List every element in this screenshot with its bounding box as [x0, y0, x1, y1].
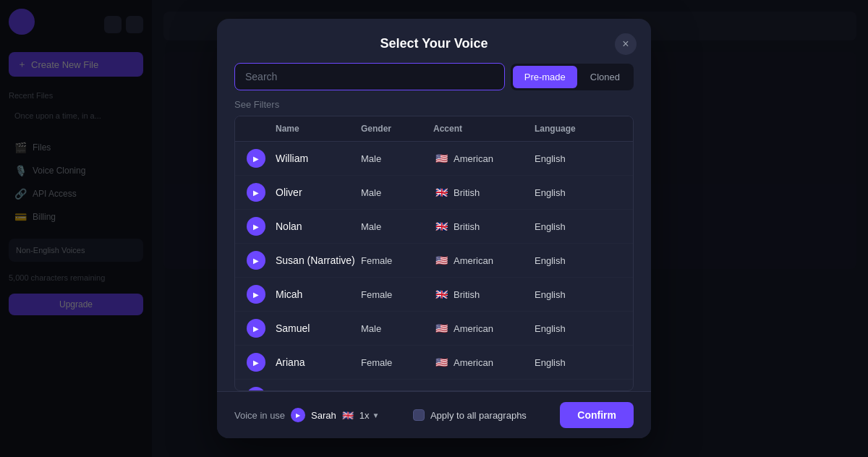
header-language: Language	[535, 124, 621, 134]
flag-4: 🇬🇧	[433, 286, 449, 302]
table-row[interactable]: ▶ Ariana Female 🇺🇸 American English	[235, 346, 633, 380]
header-gender: Gender	[361, 124, 433, 134]
cell-language-5: English	[535, 323, 621, 334]
accent-text-2: British	[454, 221, 480, 232]
flag-1: 🇬🇧	[433, 184, 449, 200]
accent-text-4: British	[454, 289, 480, 300]
cell-gender-2: Male	[361, 221, 433, 232]
cell-gender-1: Male	[361, 187, 433, 198]
cell-gender-5: Male	[361, 323, 433, 334]
table-row[interactable]: ▶ Oliver Male 🇬🇧 British English	[235, 176, 633, 210]
table-row[interactable]: ▶ Nolan Male 🇬🇧 British English	[235, 210, 633, 244]
play-button-4[interactable]: ▶	[247, 285, 265, 304]
voice-table: Name Gender Accent Language ▶ William Ma…	[234, 116, 634, 391]
cell-name-3: Susan (Narrative)	[276, 255, 361, 266]
flag-0: 🇺🇸	[433, 150, 449, 166]
modal-header: Select Your Voice ×	[217, 19, 651, 63]
current-voice-name: Sarah	[311, 410, 336, 421]
table-header: Name Gender Accent Language	[235, 116, 633, 142]
cell-name-4: Micah	[276, 289, 361, 300]
cell-language-4: English	[535, 289, 621, 300]
cell-language-1: English	[535, 187, 621, 198]
modal-body: Pre-made Cloned See Filters Name Gender …	[217, 63, 651, 391]
tab-cloned[interactable]: Cloned	[579, 66, 631, 88]
play-indicator: ▶	[291, 408, 305, 422]
speed-control[interactable]: 1x ▼	[359, 410, 380, 421]
accent-text-5: American	[454, 323, 493, 334]
tab-premade[interactable]: Pre-made	[513, 66, 577, 88]
table-row[interactable]: ▶ Michael Male 🇺🇸 American English	[235, 380, 633, 391]
play-button-5[interactable]: ▶	[247, 319, 265, 338]
modal-footer: Voice in use ▶ Sarah 🇬🇧 1x ▼ Apply to al…	[217, 391, 651, 438]
cell-name-2: Nolan	[276, 221, 361, 232]
play-button-6[interactable]: ▶	[247, 353, 265, 372]
header-play	[247, 124, 276, 134]
play-button-3[interactable]: ▶	[247, 251, 265, 270]
voice-select-modal: Select Your Voice × Pre-made Cloned See …	[217, 19, 651, 438]
close-icon: ×	[622, 38, 629, 51]
see-filters-link[interactable]: See Filters	[234, 99, 634, 110]
cell-gender-6: Female	[361, 357, 433, 368]
apply-all-checkbox[interactable]	[413, 409, 425, 421]
cell-name-1: Oliver	[276, 187, 361, 198]
cell-name-6: Ariana	[276, 356, 361, 368]
cell-name-0: William	[276, 153, 361, 164]
table-row[interactable]: ▶ William Male 🇺🇸 American English	[235, 142, 633, 176]
cell-accent-2: 🇬🇧 British	[433, 218, 535, 234]
modal-overlay: Select Your Voice × Pre-made Cloned See …	[0, 0, 868, 457]
voice-in-use-section: Voice in use ▶ Sarah 🇬🇧 1x ▼	[234, 408, 379, 422]
cell-accent-0: 🇺🇸 American	[433, 150, 535, 166]
cell-gender-3: Female	[361, 255, 433, 266]
flag-5: 🇺🇸	[433, 320, 449, 336]
cell-accent-4: 🇬🇧 British	[433, 286, 535, 302]
table-row[interactable]: ▶ Samuel Male 🇺🇸 American English	[235, 312, 633, 346]
cell-language-2: English	[535, 221, 621, 232]
cell-accent-1: 🇬🇧 British	[433, 184, 535, 200]
cell-name-5: Samuel	[276, 323, 361, 334]
speed-value: 1x	[359, 410, 370, 421]
table-row[interactable]: ▶ Susan (Narrative) Female 🇺🇸 American E…	[235, 244, 633, 278]
voice-in-use-label: Voice in use	[234, 410, 285, 421]
tab-group: Pre-made Cloned	[511, 64, 634, 90]
flag-6: 🇺🇸	[433, 354, 449, 370]
accent-text-3: American	[454, 255, 493, 266]
play-button-0[interactable]: ▶	[247, 149, 265, 168]
play-button-1[interactable]: ▶	[247, 183, 265, 202]
search-tabs-row: Pre-made Cloned	[234, 63, 634, 90]
flag-3: 🇺🇸	[433, 252, 449, 268]
table-body: ▶ William Male 🇺🇸 American English ▶ Oli…	[235, 142, 633, 391]
cell-language-3: English	[535, 255, 621, 266]
cell-language-0: English	[535, 153, 621, 164]
accent-text-0: American	[454, 153, 493, 164]
cell-language-6: English	[535, 357, 621, 368]
cell-accent-3: 🇺🇸 American	[433, 252, 535, 268]
apply-all-section[interactable]: Apply to all paragraphs	[413, 409, 527, 421]
header-name: Name	[276, 124, 361, 134]
cell-accent-5: 🇺🇸 American	[433, 320, 535, 336]
cell-gender-0: Male	[361, 153, 433, 164]
header-accent: Accent	[433, 124, 535, 134]
speed-chevron: ▼	[373, 411, 380, 419]
apply-all-label: Apply to all paragraphs	[430, 410, 527, 421]
flag-2: 🇬🇧	[433, 218, 449, 234]
cell-accent-6: 🇺🇸 American	[433, 354, 535, 370]
confirm-button[interactable]: Confirm	[560, 402, 634, 428]
modal-title: Select Your Voice	[380, 36, 488, 51]
modal-close-button[interactable]: ×	[615, 33, 637, 55]
cell-gender-4: Female	[361, 289, 433, 300]
table-row[interactable]: ▶ Micah Female 🇬🇧 British English	[235, 278, 633, 312]
play-button-2[interactable]: ▶	[247, 217, 265, 236]
accent-text-1: British	[454, 187, 480, 198]
footer-flag: 🇬🇧	[342, 410, 354, 421]
accent-text-6: American	[454, 357, 493, 368]
search-input[interactable]	[234, 63, 505, 90]
